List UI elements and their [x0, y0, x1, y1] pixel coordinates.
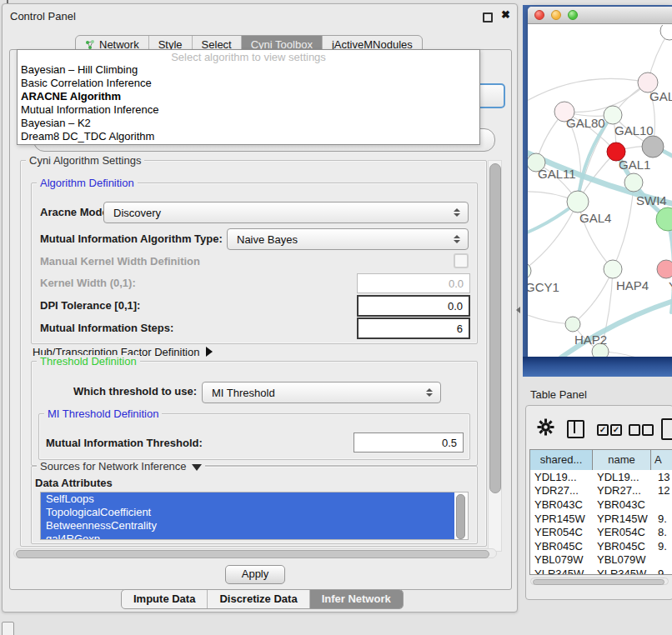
table-cell: YBL079W [593, 553, 651, 566]
gear-icon[interactable] [537, 418, 554, 436]
scrollbar-thumb[interactable] [16, 550, 489, 558]
network-edge[interactable] [528, 78, 648, 104]
dpi-tolerance-field[interactable]: 0.0 [357, 295, 470, 317]
table-cell: YBR043C [530, 498, 593, 511]
table-cell: YER054C [593, 526, 651, 538]
algorithm-option[interactable]: Bayesian – K2 [18, 117, 479, 130]
kernel-width-field[interactable]: 0.0 [357, 273, 470, 293]
aracne-mode-label: Aracne Mode: [40, 206, 112, 218]
algorithm-dropdown-list: Select algorithm to view settings Bayesi… [17, 49, 480, 145]
minimized-panel-icon[interactable] [2, 622, 14, 635]
column-header[interactable]: A [651, 450, 672, 470]
data-attribute-item[interactable]: gal4RGexp [41, 532, 454, 540]
mi-steps-field[interactable]: 6 [357, 318, 470, 339]
threshold-definition-group: Threshold Definition Which threshold to … [31, 361, 478, 466]
close-icon[interactable]: ✖ [501, 8, 510, 21]
node-label: GAL11 [538, 167, 576, 181]
table-row[interactable]: YDL19...YDL19...13 [530, 470, 672, 484]
algorithm-option[interactable]: Basic Correlation Inference [18, 77, 479, 90]
algorithm-option[interactable]: Mutual Information Inference [18, 103, 479, 117]
network-edge[interactable] [528, 202, 578, 271]
table-cell: 9. [651, 512, 672, 525]
table-cell: YPR145W [530, 512, 593, 525]
table-row[interactable]: YPR145WYPR145W9. [530, 512, 672, 526]
table-row[interactable]: YBR043CYBR043C [530, 498, 672, 512]
table-body: YDL19...YDL19...13YDR27...YDR27...12YBR0… [530, 470, 672, 575]
manual-kernel-checkbox[interactable] [454, 253, 469, 268]
dropdown-hint: Select algorithm to view settings [18, 50, 479, 63]
scrollbar-thumb[interactable] [533, 579, 664, 585]
table-row[interactable]: YDR27...YDR27...12 [530, 484, 672, 498]
algorithm-options: Bayesian – Hill ClimbingBasic Correlatio… [18, 63, 479, 143]
network-node-swi4[interactable] [624, 173, 643, 192]
float-window-icon[interactable] [483, 12, 493, 22]
network-edge[interactable] [564, 82, 648, 112]
column-header[interactable]: name [593, 450, 651, 470]
file-icon[interactable] [661, 418, 672, 440]
table-horizontal-scrollbar[interactable] [530, 578, 669, 585]
node-table: shared... name A YDL19...YDL19...13YDR27… [529, 449, 672, 575]
data-attribute-item[interactable]: SelfLoops [41, 492, 454, 506]
table-cell: YLR345W [530, 568, 593, 575]
node-label: HAP2 [574, 332, 607, 347]
network-node-hap2[interactable] [565, 317, 580, 332]
apply-button[interactable]: Apply [225, 565, 285, 584]
settings-horizontal-scrollbar[interactable] [13, 548, 497, 558]
which-threshold-select[interactable]: MI Threshold [202, 382, 441, 403]
network-node-hap4[interactable] [604, 260, 622, 278]
checked-box-icon[interactable]: ✓ [597, 424, 609, 436]
table-cell: YBR045C [530, 540, 593, 552]
stepper-icon [451, 235, 463, 243]
table-cell: 8. [651, 526, 672, 538]
table-header-row: shared... name A [530, 450, 672, 470]
table-row[interactable]: YER054CYER054C8. [530, 525, 672, 539]
algorithm-option[interactable]: ARACNE Algorithm [18, 90, 479, 103]
unchecked-box-icon[interactable] [642, 424, 654, 436]
stepper-icon [451, 208, 463, 217]
table-cell: YDL19... [593, 471, 651, 483]
mi-threshold-field[interactable]: 0.5 [354, 432, 464, 452]
sources-group: Sources for Network Inference Data Attri… [31, 466, 478, 544]
table-cell: YBR045C [593, 540, 651, 552]
table-row[interactable]: YBL079WYBL079W [530, 553, 672, 568]
cyni-toolbox-panel: Select algorithm to view settings Bayesi… [9, 49, 512, 590]
algorithm-option[interactable]: Dream8 DC_TDC Algorithm [18, 130, 479, 143]
bottom-tab-discretize-data[interactable]: Discretize Data [208, 590, 309, 608]
close-traffic-light-icon[interactable] [534, 10, 544, 20]
checked-box-icon[interactable]: ✓ [610, 424, 622, 436]
table-cell: YPR145W [593, 512, 651, 525]
network-edge[interactable] [613, 182, 634, 269]
network-edge[interactable] [573, 269, 613, 324]
column-header[interactable]: shared... [530, 450, 593, 470]
list-scrollbar[interactable] [456, 494, 465, 539]
aracne-mode-select[interactable]: Discovery [103, 202, 469, 223]
node-label: GAL4 [579, 211, 611, 225]
network-node-gal4[interactable] [567, 191, 589, 212]
zoom-traffic-light-icon[interactable] [568, 10, 578, 20]
minimize-traffic-light-icon[interactable] [551, 10, 561, 20]
table-row[interactable]: YBR045CYBR045C9. [530, 539, 672, 553]
table-row[interactable]: YLR345WYLR345W9. [530, 567, 672, 575]
settings-scrollbar-thumb[interactable] [489, 163, 501, 493]
network-node[interactable] [660, 25, 672, 40]
data-attribute-item[interactable]: BetweennessCentrality [41, 519, 454, 532]
network-node-y[interactable] [657, 260, 672, 278]
node-label: GAL80 [566, 116, 605, 130]
network-node[interactable] [642, 136, 664, 158]
network-node-gal10[interactable] [604, 106, 622, 124]
unchecked-box-icon[interactable] [629, 424, 640, 436]
columns-icon[interactable] [567, 420, 584, 438]
algorithm-option[interactable]: Bayesian – Hill Climbing [18, 63, 479, 77]
split-pane-collapse-icon[interactable] [516, 307, 520, 313]
mi-algorithm-type-select[interactable]: Naive Bayes [227, 228, 469, 250]
network-window-titlebar[interactable] [528, 7, 672, 24]
group-title: MI Threshold Definition [44, 408, 162, 420]
node-label: SWI4 [636, 193, 667, 208]
data-attribute-item[interactable]: TopologicalCoefficient [41, 506, 454, 519]
bottom-tab-impute-data[interactable]: Impute Data [122, 590, 208, 608]
sources-toggle[interactable]: Sources for Network Inference [37, 460, 205, 472]
bottom-tab-infer-network[interactable]: Infer Network [310, 590, 403, 608]
node-label: HAP4 [616, 278, 649, 292]
bottom-tabbar: Impute DataDiscretize DataInfer Network [121, 589, 404, 609]
network-canvas[interactable]: GALGAL80GAL10GAL1GAL11SWI4GAL4GCY1HAP4YH… [528, 25, 672, 357]
